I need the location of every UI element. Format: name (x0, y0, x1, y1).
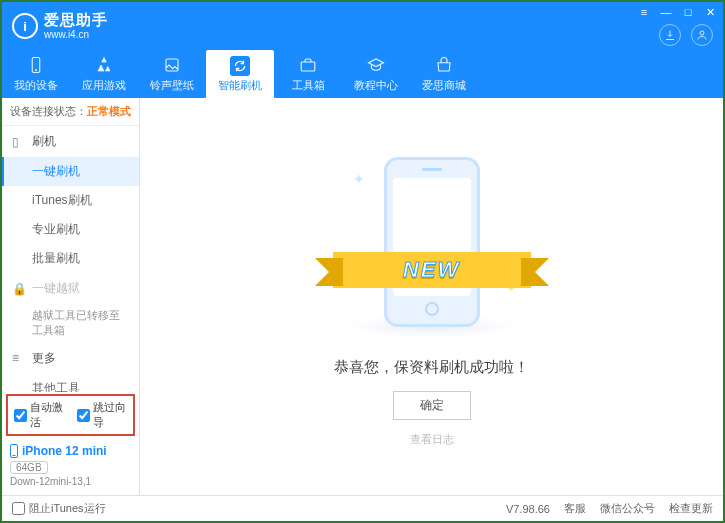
brand-url: www.i4.cn (44, 29, 108, 40)
section-title: 一键越狱 (32, 280, 80, 297)
sidebar-item-pro[interactable]: 专业刷机 (2, 215, 139, 244)
download-button[interactable] (659, 24, 681, 46)
nav-label: 爱思商城 (422, 78, 466, 93)
close-icon[interactable]: ✕ (703, 6, 717, 18)
more-icon: ≡ (12, 351, 26, 365)
block-itunes-checkbox[interactable]: 阻止iTunes运行 (12, 501, 106, 516)
device-name: iPhone 12 mini (22, 444, 107, 458)
nav-label: 教程中心 (354, 78, 398, 93)
device-block[interactable]: iPhone 12 mini 64GB Down-12mini-13,1 (2, 438, 139, 495)
sidebar-item-othertools[interactable]: 其他工具 (2, 374, 139, 392)
section-jailbreak[interactable]: 🔒 一键越狱 (2, 273, 139, 304)
skip-guide-checkbox[interactable]: 跳过向导 (77, 400, 128, 430)
ok-button[interactable]: 确定 (393, 391, 471, 420)
capacity-badge: 64GB (10, 461, 48, 474)
ribbon-text: NEW (403, 257, 460, 283)
section-more[interactable]: ≡ 更多 (2, 343, 139, 374)
apps-icon (95, 56, 113, 76)
nav-toolbox[interactable]: 工具箱 (274, 50, 342, 98)
sidebar-item-batch[interactable]: 批量刷机 (2, 244, 139, 273)
checkbox-label: 阻止iTunes运行 (29, 501, 106, 516)
navbar: 我的设备 应用游戏 铃声壁纸 智能刷机 工具箱 教程中心 (2, 50, 723, 98)
nav-label: 工具箱 (292, 78, 325, 93)
sidebar-item-oneclick[interactable]: 一键刷机 (2, 157, 139, 186)
header-actions (659, 24, 713, 46)
svg-rect-4 (301, 62, 315, 71)
nav-store[interactable]: 爱思商城 (410, 50, 478, 98)
maximize-icon[interactable]: □ (681, 6, 695, 18)
wallpaper-icon (163, 56, 181, 76)
view-log-link[interactable]: 查看日志 (410, 432, 454, 447)
logo-icon: i (12, 13, 38, 39)
jailbreak-note: 越狱工具已转移至工具箱 (32, 308, 129, 339)
graduation-icon (367, 56, 385, 76)
sparkle-icon: ✦ (353, 171, 365, 187)
device-sub: Down-12mini-13,1 (10, 476, 131, 487)
section-flash[interactable]: ▯ 刷机 (2, 126, 139, 157)
toolbox-icon (299, 56, 317, 76)
version-label: V7.98.66 (506, 503, 550, 515)
main-content: ✦ ✦ NEW 恭喜您，保资料刷机成功啦！ 确定 查看日志 (140, 98, 723, 495)
connection-value: 正常模式 (87, 105, 131, 117)
section-title: 更多 (32, 350, 56, 367)
nav-label: 应用游戏 (82, 78, 126, 93)
nav-tutorials[interactable]: 教程中心 (342, 50, 410, 98)
checkbox-label: 跳过向导 (93, 400, 128, 430)
nav-my-device[interactable]: 我的设备 (2, 50, 70, 98)
connection-status: 设备连接状态：正常模式 (2, 98, 139, 126)
new-ribbon: NEW (333, 252, 531, 288)
sidebar-item-itunes[interactable]: iTunes刷机 (2, 186, 139, 215)
phone-icon (27, 56, 45, 76)
nav-apps[interactable]: 应用游戏 (70, 50, 138, 98)
sidebar-list: ▯ 刷机 一键刷机 iTunes刷机 专业刷机 批量刷机 🔒 一键越狱 越狱工具… (2, 126, 139, 392)
success-illustration: ✦ ✦ NEW (367, 157, 497, 332)
auto-activate-checkbox[interactable]: 自动激活 (14, 400, 65, 430)
nav-ringtones[interactable]: 铃声壁纸 (138, 50, 206, 98)
update-link[interactable]: 检查更新 (669, 501, 713, 516)
service-link[interactable]: 客服 (564, 501, 586, 516)
checkbox-panel: 自动激活 跳过向导 (6, 394, 135, 436)
phone-icon (10, 444, 18, 458)
nav-label: 我的设备 (14, 78, 58, 93)
nav-label: 智能刷机 (218, 78, 262, 93)
logo-letter: i (23, 19, 27, 34)
statusbar: 阻止iTunes运行 V7.98.66 客服 微信公众号 检查更新 (2, 495, 723, 521)
titlebar: i 爱思助手 www.i4.cn ≡ — □ ✕ (2, 2, 723, 50)
window-controls: ≡ — □ ✕ (637, 6, 717, 18)
checkbox-label: 自动激活 (30, 400, 65, 430)
app-window: i 爱思助手 www.i4.cn ≡ — □ ✕ (0, 0, 725, 523)
section-title: 刷机 (32, 133, 56, 150)
connection-label: 设备连接状态： (10, 105, 87, 117)
success-message: 恭喜您，保资料刷机成功啦！ (334, 358, 529, 377)
header: i 爱思助手 www.i4.cn ≡ — □ ✕ (2, 2, 723, 98)
wechat-link[interactable]: 微信公众号 (600, 501, 655, 516)
sidebar: 设备连接状态：正常模式 ▯ 刷机 一键刷机 iTunes刷机 专业刷机 批量刷机… (2, 98, 140, 495)
brand-text: 爱思助手 www.i4.cn (44, 12, 108, 40)
lock-icon: 🔒 (12, 282, 26, 296)
refresh-icon (230, 56, 250, 76)
brand-name: 爱思助手 (44, 12, 108, 29)
body: 设备连接状态：正常模式 ▯ 刷机 一键刷机 iTunes刷机 专业刷机 批量刷机… (2, 98, 723, 495)
phone-icon: ▯ (12, 135, 26, 149)
device-row: iPhone 12 mini (10, 444, 131, 458)
menu-icon[interactable]: ≡ (637, 6, 651, 18)
user-button[interactable] (691, 24, 713, 46)
store-icon (435, 56, 453, 76)
svg-point-2 (35, 69, 37, 71)
nav-label: 铃声壁纸 (150, 78, 194, 93)
minimize-icon[interactable]: — (659, 6, 673, 18)
nav-smart-flash[interactable]: 智能刷机 (206, 50, 274, 98)
svg-point-0 (700, 31, 704, 35)
svg-rect-3 (166, 59, 178, 71)
